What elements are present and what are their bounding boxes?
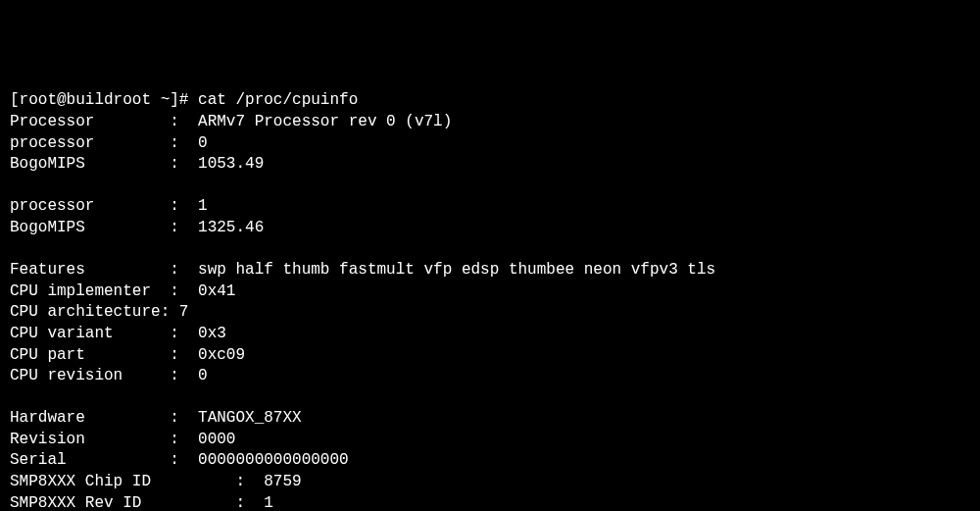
cpuinfo-line: CPU implementer : 0x41	[10, 281, 970, 303]
colon-separator: :	[170, 155, 198, 173]
cpuinfo-key: CPU architecture	[10, 303, 161, 321]
cpuinfo-key: processor	[10, 197, 170, 215]
cpuinfo-value: TANGOX_87XX	[198, 409, 302, 427]
cpuinfo-line: BogoMIPS : 1053.49	[10, 154, 970, 176]
cpuinfo-line: Hardware : TANGOX_87XX	[10, 408, 970, 430]
cpuinfo-line: processor : 0	[10, 133, 970, 155]
cpuinfo-line: processor : 1	[10, 196, 970, 218]
cpuinfo-value: 1	[198, 197, 208, 215]
cpuinfo-line: SMP8XXX Rev ID : 1	[10, 493, 970, 511]
cpuinfo-value: 1325.46	[198, 219, 264, 236]
cpuinfo-key: BogoMIPS	[10, 219, 170, 236]
cpuinfo-key: CPU part	[10, 346, 170, 364]
shell-prompt-line: [root@buildroot ~]# cat /proc/cpuinfo	[10, 90, 970, 112]
colon-separator: :	[170, 367, 198, 384]
cpuinfo-value: 1	[264, 494, 273, 511]
cpuinfo-key: processor	[10, 134, 170, 152]
cpuinfo-line: CPU variant : 0x3	[10, 324, 970, 345]
blank-line	[10, 176, 970, 197]
cpuinfo-line: CPU revision : 0	[10, 366, 970, 387]
colon-separator: :	[170, 219, 198, 236]
cpuinfo-line: Features : swp half thumb fastmult vfp e…	[10, 260, 970, 281]
colon-separator: :	[170, 282, 198, 300]
cpuinfo-key: Features	[10, 261, 170, 279]
cpuinfo-line: BogoMIPS : 1325.46	[10, 218, 970, 239]
blank-line	[10, 387, 970, 409]
cpuinfo-value: 0x3	[198, 325, 226, 342]
cpuinfo-key: Processor	[10, 113, 170, 130]
cpuinfo-value: 0x41	[198, 282, 235, 300]
cpuinfo-line: CPU architecture: 7	[10, 302, 970, 324]
cpuinfo-value: 0xc09	[198, 346, 245, 364]
cpuinfo-key: Hardware	[10, 409, 170, 427]
cpuinfo-value: 0	[198, 134, 208, 152]
cpuinfo-value: 1053.49	[198, 155, 264, 173]
colon-separator: :	[161, 303, 179, 321]
blank-line	[10, 239, 970, 261]
cpuinfo-value: ARMv7 Processor rev 0 (v7l)	[198, 113, 452, 130]
cpuinfo-value: swp half thumb fastmult vfp edsp thumbee…	[198, 261, 715, 279]
cpuinfo-line: CPU part : 0xc09	[10, 345, 970, 367]
cpuinfo-value: 0000000000000000	[198, 451, 349, 469]
cpuinfo-key: CPU variant	[10, 325, 170, 342]
cpuinfo-key: CPU implementer	[10, 282, 170, 300]
colon-separator: :	[170, 325, 198, 342]
cpuinfo-line: Processor : ARMv7 Processor rev 0 (v7l)	[10, 112, 970, 133]
cpuinfo-value: 7	[179, 303, 189, 321]
colon-separator: :	[170, 197, 198, 215]
cpuinfo-key: BogoMIPS	[10, 155, 170, 173]
colon-separator: :	[170, 431, 198, 448]
colon-separator: :	[170, 409, 198, 427]
shell-prompt: [root@buildroot ~]#	[10, 91, 188, 109]
colon-separator: :	[170, 261, 198, 279]
cpuinfo-key: SMP8XXX Chip ID	[10, 473, 235, 490]
cpuinfo-key: Revision	[10, 431, 170, 448]
shell-command: cat /proc/cpuinfo	[198, 91, 358, 109]
cpuinfo-key: Serial	[10, 451, 170, 469]
colon-separator: :	[170, 113, 198, 130]
colon-separator: :	[170, 451, 198, 469]
colon-separator: :	[235, 473, 264, 490]
cpuinfo-value: 8759	[264, 473, 301, 490]
colon-separator: :	[170, 134, 198, 152]
cpuinfo-line: SMP8XXX Chip ID : 8759	[10, 472, 970, 493]
command-output: Processor : ARMv7 Processor rev 0 (v7l)p…	[10, 112, 970, 511]
cpuinfo-line: Revision : 0000	[10, 430, 970, 451]
colon-separator: :	[235, 494, 264, 511]
cpuinfo-key: SMP8XXX Rev ID	[10, 494, 235, 511]
cpuinfo-line: Serial : 0000000000000000	[10, 450, 970, 472]
colon-separator: :	[170, 346, 198, 364]
cpuinfo-value: 0	[198, 367, 208, 384]
cpuinfo-value: 0000	[198, 431, 235, 448]
cpuinfo-key: CPU revision	[10, 367, 170, 384]
